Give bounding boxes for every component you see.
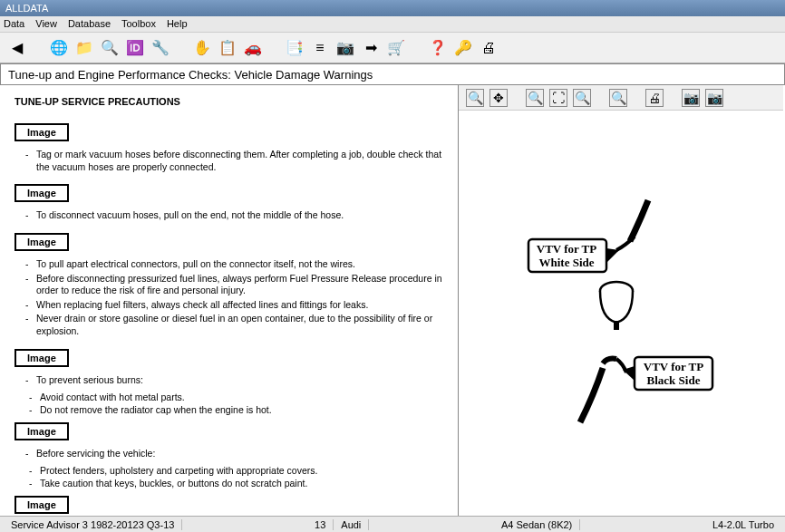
status-engine: L4-2.0L Turbo xyxy=(705,519,781,530)
image-button[interactable]: Image xyxy=(15,233,69,251)
label-bot-2: Black Side xyxy=(647,373,701,387)
image-button[interactable]: Image xyxy=(15,184,69,202)
status-year: 13 xyxy=(307,519,334,530)
zoom-in-icon[interactable]: 🔍 xyxy=(466,89,484,107)
tools-icon[interactable]: 🔧 xyxy=(150,38,170,58)
back-icon[interactable]: ◀ xyxy=(7,38,27,58)
list-item: When replacing fuel filters, always chec… xyxy=(25,299,443,312)
image-button[interactable]: Image xyxy=(15,496,69,514)
pan-icon[interactable]: ✥ xyxy=(489,89,508,107)
camera-image-icon[interactable]: 📷 xyxy=(682,89,700,107)
menu-data[interactable]: Data xyxy=(4,18,24,30)
menu-view[interactable]: View xyxy=(35,18,57,30)
list-item: To disconnect vacuum hoses, pull on the … xyxy=(25,209,443,222)
list-item: Do not remove the radiator cap when the … xyxy=(29,404,443,417)
list-item: Before disconnecting pressurized fuel li… xyxy=(25,273,443,297)
car-icon[interactable]: 🚗 xyxy=(243,38,263,58)
list-item: Tag or mark vacuum hoses before disconne… xyxy=(25,149,443,173)
image-button[interactable]: Image xyxy=(15,123,69,141)
refresh-icon[interactable]: ❓ xyxy=(428,38,448,58)
image-pane: 🔍 ✥ 🔍 ⛶ 🔍 🔍 🖨 📷 📷 VTV for TP White Side xyxy=(459,85,783,516)
print-icon[interactable]: 🖨 xyxy=(479,38,499,58)
content-area: TUNE-UP SERVICE PRECAUTIONS Image Tag or… xyxy=(0,85,785,516)
image-button[interactable]: Image xyxy=(15,422,69,440)
list-item: Never drain or store gasoline or diesel … xyxy=(25,313,443,337)
cart-icon[interactable]: 🛒 xyxy=(386,38,406,58)
menu-toolbox[interactable]: Toolbox xyxy=(121,18,156,30)
label-top-2: White Side xyxy=(538,256,594,269)
vehicle-select-icon[interactable]: 🔍 xyxy=(100,38,120,58)
camera2-image-icon[interactable]: 📷 xyxy=(705,89,723,107)
article-heading: TUNE-UP SERVICE PRECAUTIONS xyxy=(15,96,443,107)
list-item: To prevent serious burns: xyxy=(25,374,443,387)
list-item: Take caution that keys, buckles, or butt… xyxy=(29,478,443,490)
arrow-icon[interactable]: ➡ xyxy=(361,38,381,58)
home-icon[interactable]: 🌐 xyxy=(49,38,69,58)
status-model: A4 Sedan (8K2) xyxy=(494,519,580,530)
label-top-1: VTV for TP xyxy=(537,242,597,256)
folder-icon[interactable]: 📁 xyxy=(74,38,94,58)
page-title-bar: Tune-up and Engine Performance Checks: V… xyxy=(0,63,785,85)
title-bar: ALLDATA xyxy=(0,0,785,16)
diagram-view: VTV for TP White Side VTV for TP Black S… xyxy=(459,111,783,516)
list-item: Before servicing the vehicle: xyxy=(25,448,443,460)
status-version: Service Advisor 3 1982-20123 Q3-13 xyxy=(4,519,182,530)
list-item: To pull apart electrical connectors, pul… xyxy=(25,258,443,271)
menu-bar: Data View Database Toolbox Help xyxy=(0,16,785,33)
list-icon[interactable]: 📑 xyxy=(285,38,305,58)
page-title-text: Tune-up and Engine Performance Checks: V… xyxy=(8,68,373,82)
status-make: Audi xyxy=(334,519,369,530)
vtv-diagram: VTV for TP White Side VTV for TP Black S… xyxy=(512,196,730,431)
id-icon[interactable]: 🆔 xyxy=(125,38,145,58)
print-image-icon[interactable]: 🖨 xyxy=(645,89,664,107)
image-toolbar: 🔍 ✥ 🔍 ⛶ 🔍 🔍 🖨 📷 📷 xyxy=(459,85,783,111)
article-pane: TUNE-UP SERVICE PRECAUTIONS Image Tag or… xyxy=(0,85,459,516)
zoom-fit-icon[interactable]: ⛶ xyxy=(549,89,567,107)
lines-icon[interactable]: ≡ xyxy=(310,38,330,58)
zoom-out-icon[interactable]: 🔍 xyxy=(573,89,591,107)
menu-help[interactable]: Help xyxy=(167,18,188,30)
hand-icon[interactable]: ✋ xyxy=(192,38,212,58)
camera-icon[interactable]: 📷 xyxy=(335,38,355,58)
menu-database[interactable]: Database xyxy=(68,18,111,30)
new-icon[interactable]: 📋 xyxy=(218,38,237,58)
key-icon[interactable]: 🔑 xyxy=(453,38,473,58)
zoom-area-icon[interactable]: 🔍 xyxy=(526,89,544,107)
svg-rect-2 xyxy=(614,321,619,330)
zoom-reset-icon[interactable]: 🔍 xyxy=(609,89,627,107)
list-item: Protect fenders, upholstery and carpetin… xyxy=(29,465,443,478)
list-item: Avoid contact with hot metal parts. xyxy=(29,392,443,404)
status-bar: Service Advisor 3 1982-20123 Q3-13 13 Au… xyxy=(0,516,785,532)
main-toolbar: ◀ 🌐 📁 🔍 🆔 🔧 ✋ 📋 🚗 📑 ≡ 📷 ➡ 🛒 ❓ 🔑 🖨 xyxy=(0,33,785,63)
image-button[interactable]: Image xyxy=(15,349,69,367)
app-title: ALLDATA xyxy=(5,3,48,14)
label-bot-1: VTV for TP xyxy=(644,360,704,373)
